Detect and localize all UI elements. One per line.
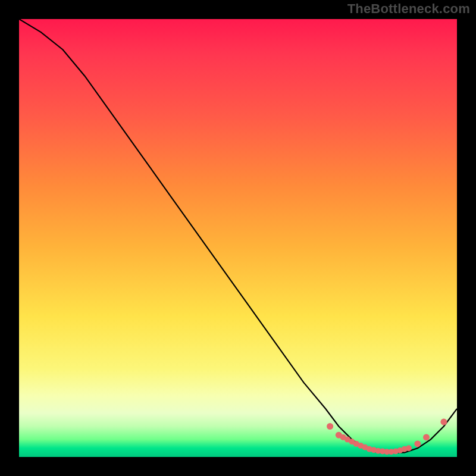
chart-svg (19, 19, 457, 457)
watermark-text: TheBottleneck.com (347, 1, 470, 17)
marker-dot (406, 445, 412, 451)
marker-group (327, 419, 447, 455)
chart-frame: TheBottleneck.com (0, 0, 476, 476)
marker-dot (423, 434, 430, 440)
plot-area (19, 19, 457, 457)
curve-line (19, 19, 457, 453)
marker-dot (440, 419, 447, 425)
marker-dot (327, 423, 333, 430)
marker-dot (414, 440, 421, 447)
